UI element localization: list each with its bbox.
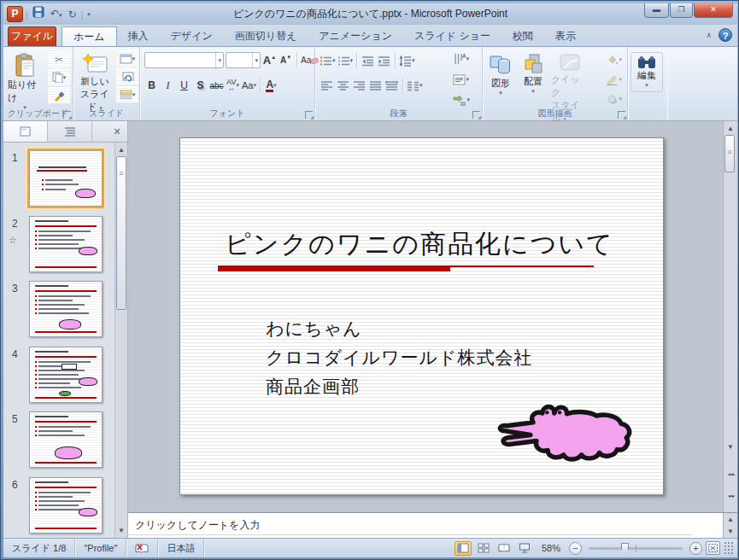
zoom-slider-thumb[interactable] [621,543,629,554]
tab-0[interactable]: ホーム [62,26,117,46]
columns-button[interactable]: ▾ [407,78,423,93]
slide-thumbnail-5[interactable] [29,411,103,468]
title-bar[interactable]: ピンクのワニの商品化について.pptx - Microsoft PowerPoi… [3,3,737,25]
zoom-slider[interactable] [589,547,683,550]
text-shadow-button[interactable]: S [193,78,208,93]
previous-slide-button[interactable]: ⏶⏶ [724,471,737,478]
italic-button[interactable]: I [161,78,175,93]
notes-placeholder[interactable]: クリックしてノートを入力 [128,516,692,535]
slide-title[interactable]: ピンクのワニの商品化について [225,227,635,262]
fit-slide-to-window-button[interactable] [706,541,720,555]
layout-button[interactable]: ▾ [116,50,138,67]
font-size-combobox[interactable]: ▾ [226,52,261,68]
text-direction-button[interactable]: A▾ [453,50,470,67]
tab-outline[interactable] [48,121,92,142]
paragraph-dialog-launcher[interactable] [472,111,480,119]
zoom-in-button[interactable]: + [689,542,702,555]
help-icon[interactable]: ? [718,28,732,42]
align-right-button[interactable] [352,78,367,93]
notes-scroll-up-icon[interactable]: ▲ [724,516,737,523]
tab-6[interactable]: 校閲 [501,26,544,46]
shape-outline-button[interactable]: ▾ [606,71,622,88]
panel-scroll-thumb[interactable] [116,156,126,310]
tab-4[interactable]: アニメーション [308,26,403,46]
new-slide-button[interactable]: 新しい スライド ▾ [77,50,113,114]
save-icon[interactable] [31,6,46,22]
scroll-down-icon[interactable]: ▼ [724,443,737,451]
powerpoint-app-icon[interactable]: P [7,6,23,22]
normal-view-button[interactable] [455,541,472,556]
resize-grip[interactable] [724,541,734,555]
zoom-level[interactable]: 58% [537,543,566,553]
undo-icon[interactable]: ↶▾ [49,6,64,23]
underline-button[interactable]: U [177,78,191,93]
strikethrough-button[interactable]: abc [209,78,224,93]
reading-view-button[interactable] [496,541,513,556]
notes-scrollbar[interactable]: ▲ ▼ [723,513,737,538]
character-spacing-button[interactable]: AV↔▾ [226,78,240,93]
minimize-button[interactable]: ▬ [644,3,669,18]
tab-3[interactable]: 画面切り替え [224,26,308,46]
format-painter-button[interactable] [48,87,70,103]
slide-thumbnail-6[interactable] [29,477,103,534]
copy-dropdown-icon[interactable]: ▾ [63,74,67,81]
next-slide-button[interactable]: ⏷⏷ [724,493,737,500]
shapes-button[interactable]: 図形 ▾ [486,50,515,96]
slide-thumbnail-1[interactable] [29,150,103,207]
zoom-out-button[interactable]: − [569,542,582,555]
spellcheck-status[interactable] [126,539,158,557]
scroll-up-icon[interactable]: ▲ [724,125,737,132]
convert-smartart-button[interactable]: ▾ [453,91,470,108]
align-center-button[interactable] [336,78,350,93]
slide-thumbnail-3[interactable] [29,281,103,337]
tab-7[interactable]: 表示 [544,26,587,46]
slideshow-view-button[interactable] [516,541,533,556]
undo-dropdown-icon[interactable]: ▾ [59,12,62,18]
align-text-button[interactable]: ▾ [453,71,470,88]
copy-button[interactable]: ▾ [48,69,70,85]
font-dialog-launcher[interactable] [305,111,313,119]
slide[interactable]: ピンクのワニの商品化について わにちゃん クロコダイルワールド株式会社 商品企画… [179,137,664,495]
grow-font-button[interactable]: A▲ [262,53,277,68]
shape-fill-button[interactable]: ▾ [606,51,622,68]
slide-sorter-view-button[interactable] [475,541,492,556]
distribute-button[interactable] [384,78,399,93]
shape-effects-button[interactable]: ▾ [606,90,622,108]
clipboard-dialog-launcher[interactable] [63,111,71,119]
section-button[interactable]: ▾ [116,86,138,102]
numbering-button[interactable]: ▾ [337,53,354,68]
section-dropdown-icon[interactable]: ▾ [132,91,136,98]
reset-button[interactable] [116,68,138,85]
slide-indicator[interactable]: スライド 1/8 [3,539,75,557]
font-color-button[interactable]: A▾ [264,78,279,93]
redo-icon[interactable]: ↻ [66,7,78,22]
maximize-button[interactable]: ❐ [670,3,693,18]
slide-canvas[interactable]: ピンクのワニの商品化について わにちゃん クロコダイルワールド株式会社 商品企画… [128,121,737,512]
tab-5[interactable]: スライド ショー [403,26,501,46]
change-case-button[interactable]: Aa▾ [242,78,256,93]
theme-name[interactable]: "Profile" [75,539,126,557]
panel-scroll-down-icon[interactable]: ▼ [115,527,127,534]
justify-button[interactable] [368,78,383,93]
customize-qat-icon[interactable]: ▾ [85,7,92,22]
animation-star-icon[interactable]: ☆ [9,235,17,246]
tab-file[interactable]: ファイル [8,26,56,46]
slide-thumbnail-2[interactable] [29,216,103,272]
decrease-indent-button[interactable] [361,53,375,68]
font-name-combobox[interactable]: ▾ [144,52,224,68]
vertical-scrollbar[interactable]: ▲ ▼ ⏶⏶ ⏷⏷ [723,121,737,512]
arrange-button[interactable]: 配置 ▾ [519,50,548,95]
panel-scrollbar[interactable]: ▲ ▼ [114,143,127,538]
cut-button[interactable]: ✂ [48,51,70,67]
align-left-button[interactable] [320,78,334,93]
bold-button[interactable]: B [144,78,159,93]
slide-thumbnail-4[interactable] [29,347,103,403]
tab-2[interactable]: デザイン [160,26,224,46]
tab-1[interactable]: 挿入 [117,26,160,46]
notes-pane[interactable]: クリックしてノートを入力 ▲ ▼ [128,512,737,538]
drawing-dialog-launcher[interactable] [618,111,625,119]
panel-close-icon[interactable]: ✕ [107,121,127,142]
bullets-button[interactable]: ▾ [320,53,336,68]
paste-button[interactable]: 貼り付け ▾ [8,50,42,111]
line-spacing-button[interactable]: ▾ [399,53,415,68]
